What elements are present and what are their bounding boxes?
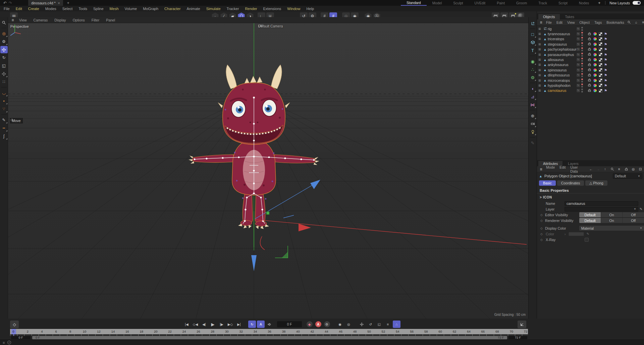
menu-tracker[interactable]: Tracker [224,7,242,11]
visibility-dots[interactable] [581,58,583,62]
uvw-tag-icon[interactable] [599,83,602,87]
menu-tools[interactable]: Tools [75,7,90,11]
volume-generator-icon[interactable]: ⚙ [529,74,536,81]
texture-tag-icon[interactable] [593,42,597,46]
expand-icon[interactable]: ⊞ [538,37,542,41]
menu-extensions[interactable]: Extensions [260,7,284,11]
freehand-icon[interactable]: ʃ [0,132,8,140]
render-visibility-dot[interactable] [581,86,583,88]
keyframe-dot-icon[interactable]: ◇ [540,219,545,222]
texture-tag-icon[interactable] [593,73,597,77]
layout-tab-uvedit[interactable]: UVEdit [469,0,491,6]
display-tag-icon[interactable]: ⚑ [604,68,607,72]
protection-tag-icon[interactable] [588,58,591,62]
light-object-icon[interactable] [529,128,536,135]
close-icon[interactable]: × [58,1,60,5]
object-row-dilophosaurus[interactable]: ⊞▲dilophosaurus✎⚑ [537,73,644,78]
editor-visibility-dot[interactable] [581,32,583,34]
attributes-menu-user-data[interactable]: User Data [568,165,588,173]
object-row-allosaurus[interactable]: ⊞▲allosaurus✎⚑ [537,57,644,62]
editor-visibility-dot[interactable] [581,83,583,85]
add-layout-button[interactable]: + [595,1,604,5]
protection-tag-icon[interactable] [588,89,591,93]
segment-on[interactable]: On [601,212,623,217]
render-visibility-dot[interactable] [581,65,583,67]
play-forward-icon[interactable]: ▶ [209,321,217,328]
expand-icon[interactable]: ⊞ [538,89,542,92]
segment-default[interactable]: Default [579,218,601,223]
display-tag-icon[interactable]: ⚑ [604,78,607,82]
attributes-menu-edit[interactable]: Edit [557,165,568,173]
cube-primitive-icon[interactable] [529,39,536,46]
expand-icon[interactable]: ⊞ [538,79,542,82]
hamburger-icon[interactable]: ≡ [538,167,544,172]
edit-state-icon[interactable]: ✎ [577,79,580,82]
camera-label[interactable]: Default Camera [258,24,283,28]
editor-visibility-dot[interactable] [581,68,583,70]
protection-tag-icon[interactable] [588,32,591,36]
object-row-triceratops[interactable]: ⊞▲triceratops✎⚑ [537,37,644,42]
document-tab[interactable]: dinosaurs.c4d * × [28,0,63,6]
render-visibility-dot[interactable] [581,91,583,93]
edit-state-icon[interactable]: ✎ [577,84,580,87]
menu-render[interactable]: Render [242,7,260,11]
viewport-canvas[interactable]: Perspective Default Camera Move Grid Spa… [8,23,528,319]
menu-select[interactable]: Select [59,7,76,11]
display-tag-icon[interactable]: ⚑ [604,42,607,46]
object-row-tyrannosaurus[interactable]: ⊞▲tyrannosaurus✎⚑ [537,31,644,36]
texture-tag-icon[interactable] [593,83,597,88]
display-tag-icon[interactable]: ⚑ [604,37,607,41]
protection-tag-icon[interactable] [588,78,591,82]
edit-state-icon[interactable]: ✎ [577,68,580,72]
texture-tag-icon[interactable] [593,78,597,82]
menu-mesh[interactable]: Mesh [107,7,122,11]
next-key-icon[interactable]: ▶◇ [226,321,234,328]
layout-tab-paint[interactable]: Paint [491,0,511,6]
viewport-menu-display[interactable]: Display [51,18,69,22]
uvw-tag-icon[interactable] [599,32,602,36]
object-row-hypsilophodon[interactable]: ⊞▲hypsilophodon✎⚑ [537,83,644,88]
layout-tab-standard[interactable]: Standard [401,0,427,6]
icon-group-header[interactable]: > ICON [537,194,644,200]
cluster-generator-icon[interactable]: ∴ [529,66,536,73]
spline-rectangle-icon[interactable]: □ [529,31,536,38]
protection-tag-icon[interactable] [588,42,591,46]
timeline-ruler[interactable]: 0246810121416182022242628303234363840424… [10,329,528,334]
attributes-menu-mode[interactable]: Mode [544,165,557,173]
filter-icon[interactable]: ≡ [616,167,622,172]
object-row-rig[interactable]: ⊞rig✎ [537,26,644,31]
tweak-icon[interactable]: ⚙ [0,38,8,45]
uvw-tag-icon[interactable] [599,42,602,46]
menu-mograph[interactable]: MoGraph [140,7,161,11]
expand-icon[interactable]: ⊞ [538,53,542,56]
key-pla-icon[interactable]: ∴ [393,321,400,328]
spline-pen-icon[interactable]: ◡ [0,89,8,97]
render-visibility-dot[interactable] [581,55,583,57]
edit-state-icon[interactable]: ✎ [577,48,580,51]
key-parameter-icon[interactable]: ≡ [384,321,392,328]
render-visibility-dot[interactable] [581,29,583,31]
expand-icon[interactable]: ⊞ [538,84,542,87]
camera-object-icon[interactable] [529,120,536,127]
texture-tag-icon[interactable] [593,68,597,72]
current-frame-field[interactable]: 0 F [277,321,302,327]
loop-icon[interactable]: ↻ [248,321,256,328]
selection-move-icon[interactable] [0,70,8,77]
back-icon[interactable]: ← [588,167,594,172]
visibility-dots[interactable] [581,53,583,57]
preset-dropdown[interactable]: Default ▼ [613,173,642,179]
editor-visibility-dot[interactable] [581,47,583,49]
lock-icon[interactable] [624,167,629,172]
display-tag-icon[interactable]: ⚑ [604,47,607,51]
keying-settings-icon[interactable]: ⚙ [323,321,331,328]
editor-visibility-dot[interactable] [581,42,583,44]
undo-icon[interactable]: ↶ [3,1,7,5]
viewport-menu-options[interactable]: Options [70,18,88,22]
uvw-tag-icon[interactable] [599,37,602,41]
editor-visibility-dot[interactable] [581,37,583,39]
filter-icon[interactable]: ≡ [641,20,644,25]
editor-visibility-dot[interactable] [581,78,583,80]
up-icon[interactable]: ↑ [602,167,608,172]
uvw-tag-icon[interactable] [599,68,602,72]
keyframe-dot-icon[interactable]: ◇ [540,213,545,217]
